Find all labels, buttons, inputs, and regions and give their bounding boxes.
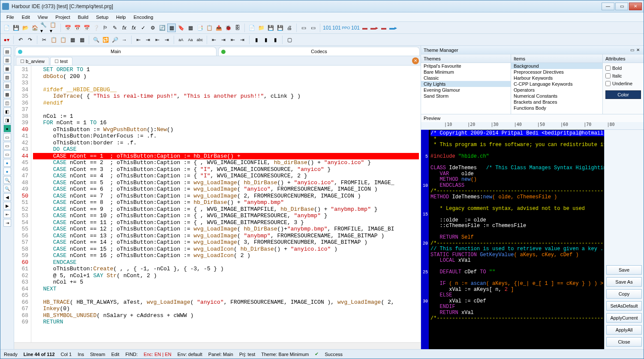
undo-icon[interactable]: ↶: [16, 36, 25, 44]
syntaxitem[interactable]: Background: [511, 63, 602, 69]
outdent-icon[interactable]: ⇤: [210, 36, 218, 44]
check-icon[interactable]: ✓: [139, 24, 147, 32]
new-icon[interactable]: 📄: [2, 24, 11, 32]
refresh-icon[interactable]: 🔄: [158, 24, 166, 32]
syntaxitem[interactable]: Preprocessor Directives: [511, 69, 602, 75]
grid-icon[interactable]: ▦: [167, 24, 176, 32]
form2-icon[interactable]: ▭: [309, 24, 317, 32]
disks-icon[interactable]: 💾: [276, 24, 284, 32]
menu-build[interactable]: Build: [75, 14, 92, 21]
brick4-icon[interactable]: ▬▸: [389, 24, 397, 32]
export-icon[interactable]: 📤: [214, 24, 223, 32]
menu-help[interactable]: Help: [113, 14, 129, 21]
page-icon[interactable]: 📄: [247, 24, 256, 32]
folder-icon[interactable]: 📁: [257, 24, 265, 32]
fx2-icon[interactable]: fx: [129, 24, 138, 32]
panel-undock-icon[interactable]: ▭: [629, 47, 635, 53]
disk-icon[interactable]: 💾: [266, 24, 275, 32]
applyall-button[interactable]: ApplyAll: [606, 325, 642, 335]
theme-item[interactable]: Pritpal's Favourite: [421, 63, 511, 69]
color-button[interactable]: Color: [605, 90, 641, 99]
syntaxitem[interactable]: Numerical Constants: [511, 93, 602, 99]
file-tab-barview[interactable]: b_arview: [16, 57, 49, 65]
bin1-icon[interactable]: 101: [323, 24, 331, 32]
bin3-icon[interactable]: 101: [351, 24, 360, 32]
paste-icon[interactable]: 📋: [59, 36, 67, 44]
caseup-icon[interactable]: aA: [177, 36, 185, 44]
tool-icon[interactable]: 🔧▾: [40, 24, 48, 32]
gear-icon[interactable]: ⚙: [148, 24, 157, 32]
sel-icon[interactable]: ▦: [68, 36, 77, 44]
syntaxitem[interactable]: C-CPP Language Keywords: [511, 81, 602, 87]
close-panel-button[interactable]: Close: [606, 337, 642, 347]
file-tab-test[interactable]: test: [50, 57, 72, 65]
indent-icon[interactable]: ⇥: [219, 36, 228, 44]
g-icon[interactable]: ●: [3, 125, 11, 132]
copy-icon[interactable]: 📋: [205, 24, 214, 32]
panel-tab-main[interactable]: Main: [15, 47, 217, 56]
g-icon[interactable]: ▩: [3, 90, 11, 98]
g-icon[interactable]: ●: [3, 159, 11, 167]
outdent2-icon[interactable]: ⇤: [229, 36, 237, 44]
bin2-icon[interactable]: 101: [332, 24, 341, 32]
open-icon[interactable]: 📂: [21, 24, 30, 32]
copy-button[interactable]: Copy: [606, 289, 642, 299]
findnext-icon[interactable]: 🔎: [111, 36, 119, 44]
menu-setup[interactable]: Setup: [93, 14, 112, 21]
close-button[interactable]: ✕: [629, 3, 642, 10]
items-list[interactable]: BackgroundPreprocessor DirectivesHarbour…: [511, 63, 602, 114]
g-icon[interactable]: ●: [3, 168, 11, 175]
edit-icon[interactable]: ✎: [111, 24, 119, 32]
fx-icon[interactable]: fx: [120, 24, 129, 32]
setdefault-button[interactable]: SetAsDefault: [606, 301, 642, 311]
indent2-icon[interactable]: ⇥: [144, 36, 152, 44]
blank-icon[interactable]: ▢: [285, 36, 294, 44]
sel2-icon[interactable]: ▦: [78, 36, 86, 44]
bold-checkbox[interactable]: Bold: [605, 66, 641, 71]
g-icon[interactable]: ◫: [3, 99, 11, 107]
minimize-button[interactable]: —: [602, 3, 614, 10]
mark2-icon[interactable]: ▮: [262, 36, 270, 44]
code-editor[interactable]: 31 32 33 34 35 36 37 38 39 40 41 42 43 4…: [14, 66, 421, 342]
g-icon[interactable]: ▤: [3, 48, 11, 55]
tab-close-icon[interactable]: ✕: [412, 57, 419, 64]
theme-item[interactable]: Sand Storm: [421, 93, 511, 99]
flag-icon[interactable]: 🏳: [101, 24, 110, 32]
syntaxitem[interactable]: Functions Body: [511, 105, 602, 111]
g-icon[interactable]: ◧: [3, 108, 11, 115]
italic-checkbox[interactable]: Italic: [605, 73, 641, 78]
g-icon[interactable]: ▦: [3, 65, 11, 72]
g-icon[interactable]: 🔍: [3, 176, 11, 184]
g-icon[interactable]: ◨: [3, 116, 11, 124]
g-icon[interactable]: ▧: [3, 73, 11, 81]
ppo-icon[interactable]: PPO: [342, 24, 350, 32]
home-icon[interactable]: 🏠: [30, 24, 39, 32]
casedn-icon[interactable]: Aa: [186, 36, 195, 44]
g-icon[interactable]: ▭: [3, 150, 11, 158]
replace-icon[interactable]: 🔁: [101, 36, 110, 44]
bug-icon[interactable]: 🐞: [224, 24, 232, 32]
horizontal-scrollbar[interactable]: [14, 342, 421, 349]
spell-icon[interactable]: abc: [196, 36, 204, 44]
help-icon[interactable]: ❔: [92, 24, 100, 32]
record-icon[interactable]: ●▾: [2, 36, 11, 44]
save-button[interactable]: Save: [606, 265, 642, 275]
g-icon[interactable]: ▭: [3, 142, 11, 150]
brick3-icon[interactable]: ▬: [379, 24, 388, 32]
panel-tab-codecs[interactable]: Codecs: [218, 47, 420, 56]
g-icon[interactable]: ⇤: [3, 210, 11, 218]
mark3-icon[interactable]: ▮: [271, 36, 280, 44]
db-icon[interactable]: 🗄: [233, 24, 242, 32]
cal-icon[interactable]: 📅: [63, 24, 72, 32]
theme-item[interactable]: Bare Minimum: [421, 69, 511, 75]
g-icon[interactable]: ▨: [3, 82, 11, 90]
menu-project[interactable]: Project: [52, 14, 73, 21]
g-icon[interactable]: 🔍: [3, 185, 11, 192]
brick2-icon[interactable]: ▬▸: [370, 24, 379, 32]
themes-list[interactable]: Pritpal's FavouriteBare MinimumClassicCi…: [421, 63, 511, 114]
brick1-icon[interactable]: ▬: [361, 24, 369, 32]
indent3-icon[interactable]: ⇤: [153, 36, 162, 44]
print-icon[interactable]: 🖨: [285, 24, 294, 32]
syntaxitem[interactable]: Operators: [511, 87, 602, 93]
g-icon[interactable]: ▭: [3, 133, 11, 141]
